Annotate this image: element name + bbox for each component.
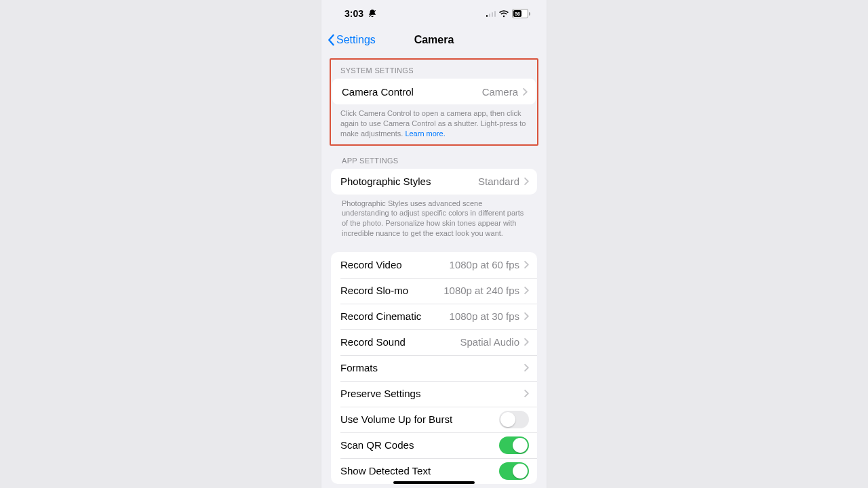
cell-formats[interactable]: Formats bbox=[331, 355, 537, 381]
toggle-scan-qr[interactable] bbox=[499, 436, 529, 454]
chevron-right-icon bbox=[524, 260, 529, 269]
cell-photographic-styles[interactable]: Photographic Styles Standard bbox=[331, 169, 537, 195]
status-time: 3:03 bbox=[344, 8, 363, 19]
cell-value: Camera bbox=[482, 86, 518, 98]
highlight-system-settings: SYSTEM SETTINGS Camera Control Camera Cl… bbox=[330, 58, 538, 146]
chevron-right-icon bbox=[524, 389, 529, 398]
chevron-right-icon bbox=[524, 338, 529, 346]
nav-bar: Settings Camera bbox=[321, 27, 547, 53]
chevron-right-icon bbox=[524, 312, 529, 321]
chevron-right-icon bbox=[524, 286, 529, 295]
section-header-app: APP SETTINGS bbox=[321, 147, 547, 169]
section-footer-app: Photographic Styles uses advanced scene … bbox=[321, 195, 547, 240]
chevron-right-icon bbox=[524, 363, 529, 372]
cell-label: Camera Control bbox=[342, 86, 482, 98]
group-recording: Record Video 1080p at 60 fps Record Slo-… bbox=[331, 252, 537, 484]
back-button[interactable]: Settings bbox=[327, 27, 376, 53]
learn-more-link[interactable]: Learn more. bbox=[405, 129, 445, 138]
wifi-icon bbox=[498, 9, 509, 18]
status-bar: 3:03 bbox=[321, 0, 547, 27]
back-label: Settings bbox=[336, 34, 376, 46]
toggle-volume-up-burst[interactable] bbox=[499, 411, 529, 428]
cellular-signal-icon bbox=[486, 10, 496, 17]
chevron-right-icon bbox=[524, 177, 529, 186]
cell-record-sound[interactable]: Record Sound Spatial Audio bbox=[331, 329, 537, 355]
cell-record-cinematic[interactable]: Record Cinematic 1080p at 30 fps bbox=[331, 304, 537, 329]
home-indicator[interactable] bbox=[393, 481, 475, 484]
cell-preserve-settings[interactable]: Preserve Settings bbox=[331, 381, 537, 407]
cell-value: Standard bbox=[478, 176, 519, 187]
chevron-right-icon bbox=[522, 87, 528, 96]
phone-frame: 3:03 bbox=[321, 0, 547, 488]
battery-icon: 56 bbox=[512, 9, 530, 18]
cell-record-video[interactable]: Record Video 1080p at 60 fps bbox=[331, 252, 537, 278]
cell-record-slomo[interactable]: Record Slo-mo 1080p at 240 fps bbox=[331, 278, 537, 304]
cell-label: Photographic Styles bbox=[340, 176, 478, 187]
cell-volume-up-burst: Use Volume Up for Burst bbox=[331, 407, 537, 432]
toggle-detected-text[interactable] bbox=[499, 462, 529, 480]
section-footer-system: Click Camera Control to open a camera ap… bbox=[331, 104, 537, 140]
silent-mode-icon bbox=[368, 9, 377, 18]
chevron-left-icon bbox=[327, 34, 335, 46]
cell-show-detected-text: Show Detected Text bbox=[331, 458, 537, 484]
cell-camera-control[interactable]: Camera Control Camera bbox=[332, 79, 536, 104]
page-title: Camera bbox=[414, 34, 454, 46]
cell-scan-qr-codes: Scan QR Codes bbox=[331, 432, 537, 458]
section-header-composition: COMPOSITION bbox=[321, 484, 547, 488]
section-header-system: SYSTEM SETTINGS bbox=[331, 60, 537, 79]
